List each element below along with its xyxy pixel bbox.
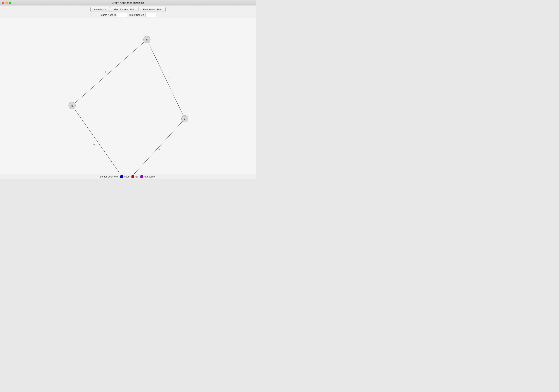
app-container: Graph Algorithm Visualizer New Graph Fin… bbox=[0, 0, 256, 179]
window-controls bbox=[2, 1, 11, 4]
head-legend: Head bbox=[120, 175, 130, 178]
new-graph-button[interactable]: New Graph bbox=[90, 7, 110, 12]
head-label: Head bbox=[124, 175, 130, 178]
source-node-label: Source Node Id bbox=[100, 14, 116, 16]
find-widest-path-button[interactable]: Find Widest Path bbox=[140, 7, 166, 12]
border-color-key-label: Border Color Key: bbox=[100, 175, 118, 178]
graph-canvas[interactable]: 3 2 1 2 d a c b bbox=[0, 18, 256, 174]
tail-label: Tail bbox=[135, 175, 139, 178]
tail-legend: Tail bbox=[131, 175, 139, 178]
window-title: Graph Algorithm Visualizer bbox=[112, 1, 144, 4]
close-button[interactable] bbox=[2, 1, 4, 4]
maximize-button[interactable] bbox=[9, 1, 11, 4]
toolbar: New Graph Find Shortest Path Find Widest… bbox=[0, 5, 256, 18]
edge-a-b bbox=[72, 106, 126, 174]
edge-weight-bc: 2 bbox=[158, 149, 160, 152]
minimize-button[interactable] bbox=[5, 1, 8, 4]
toolbar-buttons-row: New Graph Find Shortest Path Find Widest… bbox=[90, 7, 166, 12]
head-swatch bbox=[120, 175, 123, 178]
title-bar: Graph Algorithm Visualizer bbox=[0, 0, 256, 5]
edge-a-d bbox=[72, 39, 147, 106]
target-node-input[interactable] bbox=[146, 13, 156, 17]
node-a-label: a bbox=[71, 104, 73, 107]
source-node-input[interactable] bbox=[117, 13, 128, 17]
footer: Border Color Key: Head Tail Intersection bbox=[0, 174, 256, 179]
graph-svg: 3 2 1 2 d a c b bbox=[0, 18, 256, 174]
node-d-label: d bbox=[146, 38, 148, 41]
node-c-label: c bbox=[184, 118, 186, 121]
edge-weight-ad: 3 bbox=[105, 71, 107, 74]
edge-d-c bbox=[147, 39, 185, 119]
intersection-swatch bbox=[140, 175, 143, 178]
intersection-label: Intersection bbox=[144, 175, 156, 178]
find-shortest-path-button[interactable]: Find Shortest Path bbox=[111, 7, 139, 12]
node-input-row: Source Node Id Target Node Id bbox=[100, 13, 156, 17]
target-node-label: Target Node Id bbox=[129, 14, 144, 16]
edge-weight-ab: 1 bbox=[93, 142, 95, 145]
tail-swatch bbox=[131, 175, 134, 178]
edge-b-c bbox=[126, 119, 185, 174]
intersection-legend: Intersection bbox=[140, 175, 156, 178]
edge-weight-dc: 2 bbox=[169, 77, 171, 80]
